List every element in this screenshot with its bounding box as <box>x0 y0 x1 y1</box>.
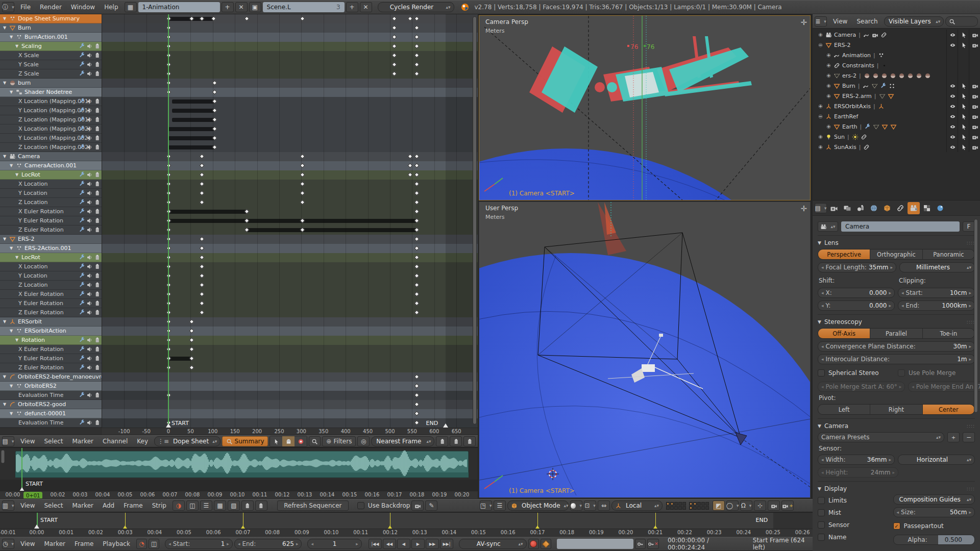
lock-channel-icon[interactable] <box>94 116 101 123</box>
fmodifier-wrench-icon[interactable] <box>79 199 85 206</box>
add-preset-button[interactable]: ＋ <box>947 432 960 442</box>
renderability-camera-icon[interactable] <box>970 103 980 110</box>
transport-[interactable]: ▶▶| <box>440 539 453 549</box>
menu-render[interactable]: Render <box>35 4 66 11</box>
convergence-distance-field[interactable]: ◂Convergence Plane Distance:30m▸ <box>818 341 975 352</box>
camera-name-field[interactable]: Camera <box>841 221 960 232</box>
add-scene-button[interactable]: + <box>346 2 358 12</box>
menu-add[interactable]: Add <box>98 502 119 509</box>
mute-speaker-icon[interactable] <box>86 126 93 132</box>
lock-to-scene-icon[interactable]: ◩ <box>713 500 725 511</box>
dope-sheet-key-area[interactable]: STARTEND <box>102 14 478 428</box>
channel-x-euler-rotation[interactable]: X Euler Rotation <box>0 290 102 299</box>
channel-z-scale[interactable]: Z Scale <box>0 69 102 79</box>
snap-element-icon[interactable]: ⊹ <box>754 500 766 511</box>
fmodifier-wrench-icon[interactable] <box>79 282 85 288</box>
channel-x-location[interactable]: X Location <box>0 180 102 189</box>
channel-locrot[interactable]: ▼LocRot <box>0 170 102 180</box>
option-orthographic[interactable]: Orthographic <box>870 249 922 259</box>
fmodifier-wrench-icon[interactable] <box>79 254 85 261</box>
channel-evaluation-time[interactable]: Evaluation Time <box>0 418 102 428</box>
keyframe[interactable] <box>414 374 420 380</box>
shift-y-field[interactable]: ◂Y:0.000▸ <box>818 300 895 311</box>
expand-icon[interactable]: ▼ <box>14 172 19 177</box>
fmodifier-wrench-icon[interactable] <box>79 300 85 307</box>
fmodifier-wrench-icon[interactable] <box>79 70 85 77</box>
fmodifier-wrench-icon[interactable] <box>79 98 85 105</box>
keyframe[interactable] <box>199 264 204 269</box>
keyframe[interactable] <box>414 237 420 242</box>
menu-strip[interactable]: Strip <box>148 502 171 509</box>
menu-search[interactable]: Search <box>852 18 882 25</box>
expand-icon[interactable]: ▼ <box>9 163 14 168</box>
tab-texture[interactable] <box>921 202 933 214</box>
lock-channel-icon[interactable] <box>94 309 101 316</box>
channel-y-location[interactable]: Y Location <box>0 271 102 281</box>
expand-toggle[interactable]: − <box>818 114 823 119</box>
mute-speaker-icon[interactable] <box>86 337 93 343</box>
mute-speaker-icon[interactable] <box>86 61 93 68</box>
fmodifier-wrench-icon[interactable] <box>79 171 85 178</box>
keyframe[interactable] <box>408 163 413 168</box>
lock-channel-icon[interactable] <box>94 52 101 59</box>
editor-type-info-icon[interactable]: ⓘ▾ <box>2 2 14 12</box>
keyframe[interactable] <box>199 163 204 168</box>
sequencer-strip-area[interactable]: START <box>0 447 478 491</box>
keyframe[interactable] <box>392 71 397 77</box>
keyframe[interactable] <box>244 16 250 21</box>
keyframe[interactable] <box>199 273 204 279</box>
keyframe[interactable] <box>300 163 305 168</box>
option-toe-in[interactable]: Toe-in <box>923 329 974 338</box>
lock-channel-icon[interactable] <box>94 392 101 398</box>
channel-y-euler-rotation[interactable]: Y Euler Rotation <box>0 354 102 363</box>
keyframe[interactable] <box>392 62 397 67</box>
expand-toggle[interactable]: + <box>818 144 823 150</box>
keyframe[interactable] <box>199 182 204 187</box>
sensor-fit-select[interactable]: Horizontal▴▾ <box>898 455 975 465</box>
keyframe[interactable] <box>199 283 204 288</box>
mute-speaker-icon[interactable] <box>86 181 93 187</box>
spherical-stereo-checkbox[interactable]: Spherical Stereo <box>818 367 895 379</box>
keyframe[interactable] <box>212 81 217 86</box>
keyframe[interactable] <box>392 16 397 21</box>
pole-merge-start-field[interactable]: ◂Pole Merge Start A: 60°▸ <box>818 382 905 392</box>
mute-speaker-icon[interactable] <box>86 208 93 215</box>
keyframe[interactable] <box>189 347 194 352</box>
object-name[interactable]: EarthRef <box>834 113 858 120</box>
expand-icon[interactable]: ▼ <box>9 246 14 251</box>
fmodifier-wrench-icon[interactable] <box>79 126 85 132</box>
keyframe[interactable] <box>414 154 420 159</box>
snapshot-icon[interactable] <box>411 500 424 511</box>
mute-speaker-icon[interactable] <box>86 364 93 371</box>
lock-channel-icon[interactable] <box>94 337 101 343</box>
channel-z-location[interactable]: Z Location <box>0 281 102 290</box>
channel-z-euler-rotation[interactable]: Z Euler Rotation <box>0 308 102 317</box>
keyframe[interactable] <box>199 200 204 205</box>
keyframe[interactable] <box>300 16 305 21</box>
expand-icon[interactable]: ▼ <box>2 374 7 379</box>
outliner-row-ersorbitaxis[interactable]: +ERSOrbitAxis| <box>813 101 980 111</box>
renderability-camera-icon[interactable] <box>970 144 980 151</box>
channel-camera[interactable]: ▼Camera <box>0 152 102 161</box>
fmodifier-wrench-icon[interactable] <box>79 419 85 426</box>
keyframe[interactable] <box>392 44 397 49</box>
tab-render-layers[interactable] <box>841 202 853 214</box>
channel-x-location[interactable]: X Location <box>0 262 102 271</box>
filters-button[interactable]: ⊕Filters <box>322 436 356 446</box>
fmodifier-wrench-icon[interactable] <box>79 107 85 114</box>
channel-x-location-mapping-001[interactable]: X Location (Mapping.001) <box>0 97 102 106</box>
fmodifier-wrench-icon[interactable] <box>79 116 85 123</box>
visibility-eye-icon[interactable] <box>947 93 958 99</box>
lock-channel-icon[interactable] <box>94 208 101 215</box>
keyframe[interactable] <box>414 62 420 67</box>
lock-channel-icon[interactable] <box>94 43 101 49</box>
renderability-camera-icon[interactable] <box>970 123 980 130</box>
expand-icon[interactable]: ▼ <box>14 44 19 48</box>
channel-z-location-mapping-002[interactable]: Z Location (Mapping.002) <box>0 143 102 152</box>
tab-render[interactable] <box>828 202 840 214</box>
mute-speaker-icon[interactable] <box>86 355 93 362</box>
channel-burnaction-001[interactable]: ▼BurnAction.001 <box>0 33 102 42</box>
fmodifier-wrench-icon[interactable] <box>79 208 85 215</box>
camera-presets-select[interactable]: Camera Presets▴▾ <box>818 432 944 442</box>
expand-toggle[interactable]: + <box>826 73 831 79</box>
